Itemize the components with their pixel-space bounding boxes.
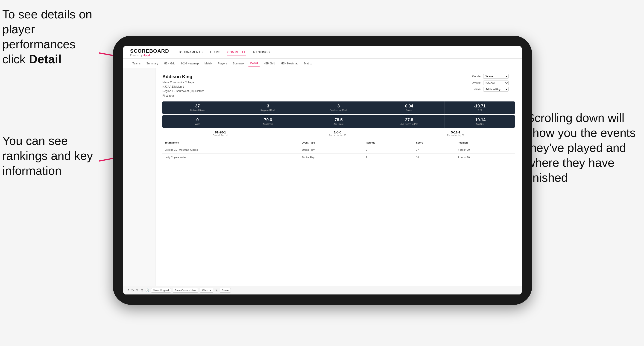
main-content: Addison King Mesa Community College NJCA… [156, 68, 522, 286]
player-label: Player [469, 88, 482, 91]
clock-icon[interactable]: 🕐 [145, 289, 149, 292]
top-nav: SCOREBOARD Powered by clippd TOURNAMENTS… [123, 46, 522, 59]
subnav-matrix2[interactable]: Matrix [302, 61, 314, 66]
nav-committee[interactable]: COMMITTEE [227, 49, 246, 55]
record-top25-value: 1-5-0 [329, 131, 346, 134]
division-select[interactable]: NJCAA I NJCAA II [483, 81, 508, 85]
content-area: Addison King Mesa Community College NJCA… [123, 68, 522, 286]
stat-avg-sg-label: Avg SG [447, 123, 512, 125]
player-select[interactable]: Addison King [483, 87, 508, 92]
stat-avg-score-label: Avg Score [236, 123, 300, 125]
record-top50-label: Record vs top 50 [447, 134, 464, 137]
records-row: 91-20-1 Overall Record 1-5-0 Record vs t… [162, 131, 515, 137]
nav-tournaments[interactable]: TOURNAMENTS [178, 49, 203, 55]
share-button[interactable]: Share [220, 288, 230, 293]
player-region: Region 1 - Southwest (18) District [162, 89, 204, 93]
event-type: Stroke Play [299, 154, 364, 161]
view-original-button[interactable]: View: Original [151, 288, 171, 293]
player-info: Addison King Mesa Community College NJCA… [162, 74, 204, 98]
record-top25-label: Record vs top 25 [329, 134, 346, 137]
record-top50: 5-11-1 Record vs top 50 [447, 131, 464, 137]
logo-clippd: clippd [143, 54, 150, 57]
division-label: Division [469, 81, 482, 84]
score: 16 [414, 154, 455, 161]
stat-regional-rank: 3 Regional Rank [233, 101, 303, 114]
stats-row-2: 0 Wins 79.6 Avg Score 78.5 Adj Score 27.… [162, 115, 515, 128]
stat-sos: -19.71 SoS [444, 101, 515, 114]
stat-regional-rank-label: Regional Rank [236, 109, 300, 112]
tournament-name: Estrella CC- Mountain Classic [162, 146, 299, 154]
expand-icon[interactable]: ⤡ [215, 289, 218, 292]
stat-conference-rank-value: 3 [306, 104, 371, 109]
stats-row-1: 37 National Rank 3 Regional Rank 3 Confe… [162, 101, 515, 114]
annotation-bottomright-text: Scrolling down will show you the events … [526, 111, 636, 184]
col-score: Score [414, 139, 455, 146]
bottom-toolbar: ↺ ↻ ⟳ ⚙ 🕐 View: Original Save Custom Vie… [123, 286, 522, 295]
col-event-type: Event Type [299, 139, 364, 146]
stat-wins-value: 0 [165, 118, 230, 122]
player-college: Mesa Community College [162, 80, 204, 85]
sidebar [123, 68, 156, 286]
position: 4 out of 20 [455, 146, 515, 154]
redo-icon[interactable]: ↻ [131, 289, 134, 292]
tablet-screen: SCOREBOARD Powered by clippd TOURNAMENTS… [123, 46, 522, 295]
player-year: First Year [162, 94, 204, 98]
stat-conference-rank: 3 Conference Rank [303, 101, 374, 114]
logo-powered: Powered by clippd [130, 54, 169, 57]
stat-avg-sg: -10.14 Avg SG [444, 115, 515, 128]
settings-icon[interactable]: ⚙ [140, 289, 144, 292]
annotation-topleft: To see details on player performances cl… [2, 7, 99, 67]
stat-points-value: 6.04 [377, 104, 442, 109]
player-name: Addison King [162, 74, 204, 79]
stat-avg-score-value: 79.6 [236, 118, 300, 122]
annotation-bottomleft: You can see rankings and key information [2, 133, 99, 178]
player-header: Addison King Mesa Community College NJCA… [162, 74, 515, 98]
stat-avg-score-par-label: Avg Score to Par [377, 123, 442, 125]
subnav-summary2[interactable]: Summary [230, 61, 247, 66]
stat-regional-rank-value: 3 [236, 104, 300, 109]
annotation-topleft-text: To see details on player performances cl… [2, 7, 92, 66]
col-rounds: Rounds [364, 139, 414, 146]
tournaments-table: Tournament Event Type Rounds Score Posit… [162, 139, 515, 161]
watch-button[interactable]: Watch ▾ [200, 288, 213, 293]
table-row: Lady Coyote Invite Stroke Play 2 16 7 ou… [162, 154, 515, 161]
subnav-players[interactable]: Players [215, 61, 229, 66]
subnav-h2hheatmap[interactable]: H2H Heatmap [179, 61, 201, 66]
annotation-bottomright: Scrolling down will show you the events … [526, 110, 642, 185]
subnav-matrix[interactable]: Matrix [202, 61, 214, 66]
tournament-name: Lady Coyote Invite [162, 154, 299, 161]
nav-rankings[interactable]: RANKINGS [253, 49, 270, 55]
event-type: Stroke Play [299, 146, 364, 154]
stat-avg-score-par: 27.8 Avg Score to Par [374, 115, 444, 128]
subnav-teams[interactable]: Teams [130, 61, 143, 66]
tablet-device: SCOREBOARD Powered by clippd TOURNAMENTS… [113, 36, 532, 305]
stat-points-label: Points [377, 109, 442, 112]
stat-wins: 0 Wins [162, 115, 233, 128]
sub-nav: Teams Summary H2H Grid H2H Heatmap Matri… [123, 59, 522, 68]
refresh-icon[interactable]: ⟳ [136, 289, 139, 292]
record-top25: 1-5-0 Record vs top 25 [329, 131, 346, 137]
logo-scoreboard: SCOREBOARD [130, 48, 169, 54]
rounds: 2 [364, 154, 414, 161]
subnav-summary[interactable]: Summary [144, 61, 160, 66]
stat-sos-label: SoS [447, 109, 512, 112]
subnav-h2hgrid2[interactable]: H2H Grid [261, 61, 277, 66]
subnav-h2hheatmap2[interactable]: H2H Heatmap [278, 61, 300, 66]
score: 17 [414, 146, 455, 154]
record-top50-value: 5-11-1 [447, 131, 464, 134]
nav-teams[interactable]: TEAMS [210, 49, 220, 55]
stat-wins-label: Wins [165, 123, 230, 125]
gender-select[interactable]: Women Men [483, 74, 508, 79]
subnav-h2hgrid[interactable]: H2H Grid [162, 61, 178, 66]
gender-label: Gender [469, 75, 482, 78]
stat-conference-rank-label: Conference Rank [306, 109, 371, 112]
annotation-bottomleft-text: You can see rankings and key information [2, 134, 93, 177]
logo-area: SCOREBOARD Powered by clippd [130, 48, 169, 57]
save-custom-view-button[interactable]: Save Custom View [173, 288, 198, 293]
stat-adj-score-value: 78.5 [306, 118, 371, 122]
stat-national-rank-value: 37 [165, 104, 230, 109]
player-control: Player Addison King [469, 87, 515, 92]
undo-icon[interactable]: ↺ [127, 289, 130, 292]
subnav-detail[interactable]: Detail [248, 60, 260, 66]
record-overall-label: Overall Record [213, 134, 228, 137]
